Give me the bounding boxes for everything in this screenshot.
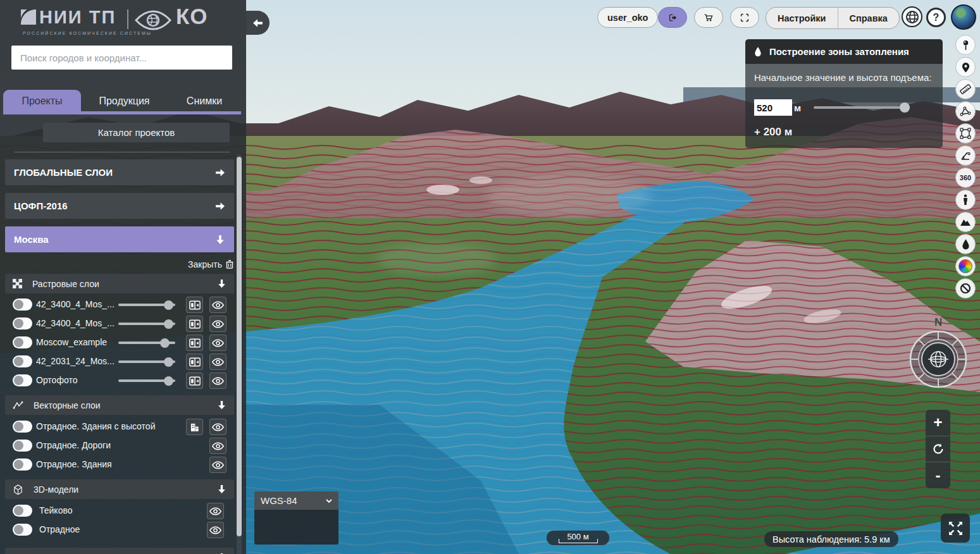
search-input[interactable]: [11, 46, 232, 70]
zoom-in-button[interactable]: +: [926, 410, 950, 436]
layer-compare-button[interactable]: [186, 372, 203, 389]
eye-icon: [209, 507, 221, 515]
collapse-sidebar-button[interactable]: [246, 11, 270, 35]
crs-select[interactable]: WGS-84: [254, 491, 338, 510]
layer-visibility-button[interactable]: [209, 419, 226, 435]
eye-icon: [212, 442, 224, 450]
group-3d-models[interactable]: 3D-модели: [5, 479, 234, 499]
group-title: 3D-модели: [34, 484, 78, 495]
opacity-slider[interactable]: [118, 319, 175, 329]
layer-toggle[interactable]: [13, 421, 32, 433]
relief-tool-button[interactable]: [955, 212, 976, 232]
layer-visibility-button[interactable]: [209, 354, 226, 370]
layer-toggle[interactable]: [13, 355, 32, 367]
pano-360-tool-button[interactable]: 360: [955, 168, 976, 188]
layer-visibility-button[interactable]: [209, 335, 226, 351]
slider-knob[interactable]: [164, 376, 173, 386]
layer-visibility-button[interactable]: [209, 457, 226, 473]
layer-compare-button[interactable]: [186, 316, 203, 332]
tab-projects[interactable]: Проекты: [3, 90, 81, 113]
layer-visibility-button[interactable]: [207, 503, 224, 519]
opacity-slider[interactable]: [118, 376, 175, 386]
slider-knob[interactable]: [164, 319, 173, 329]
slider-knob[interactable]: [900, 102, 910, 113]
layer-label: Тейково: [39, 505, 73, 515]
pin-tool-button[interactable]: [955, 35, 976, 55]
layer-toggle[interactable]: [13, 374, 32, 386]
ruler-tool-button[interactable]: [955, 79, 976, 99]
help-button[interactable]: Справка: [838, 8, 899, 28]
layer-compare-button[interactable]: [186, 335, 203, 351]
opacity-slider[interactable]: [118, 300, 175, 310]
user-button[interactable]: user_oko: [597, 7, 658, 28]
project-moscow[interactable]: Москва: [5, 226, 234, 252]
flood-rise-value: + 200 м: [754, 126, 934, 138]
reset-view-button[interactable]: [926, 436, 950, 462]
eye-icon: [212, 320, 224, 328]
fullscreen-button[interactable]: [941, 514, 970, 543]
scrollbar-thumb[interactable]: [237, 157, 242, 536]
buildings-height-button[interactable]: [186, 419, 203, 435]
layer-row: Moscow_example: [0, 335, 246, 351]
water-drop-icon: [962, 239, 970, 250]
opacity-slider[interactable]: [118, 338, 175, 348]
question-button[interactable]: ?: [926, 8, 946, 27]
close-project-button[interactable]: Закрыть: [188, 259, 233, 269]
color-relief-tool-button[interactable]: [955, 256, 976, 276]
group-raster-layers[interactable]: Растровые слои: [5, 274, 234, 293]
eye-icon: [212, 461, 224, 469]
slider-knob[interactable]: [164, 300, 173, 310]
rect-select-tool-button[interactable]: [955, 123, 976, 144]
sidebar-scrollbar[interactable]: [237, 155, 242, 554]
angle-measure-tool-button[interactable]: [955, 145, 976, 166]
flood-height-slider[interactable]: [814, 102, 910, 113]
layer-visibility-button[interactable]: [209, 372, 226, 389]
tab-images[interactable]: Снимки: [168, 90, 241, 113]
area-measure-tool-button[interactable]: [955, 101, 976, 121]
layer-compare-button[interactable]: [186, 297, 203, 313]
placemark-tool-button[interactable]: [955, 57, 976, 77]
screenshot-button[interactable]: [730, 7, 759, 28]
disable-tools-button[interactable]: [955, 278, 976, 299]
cart-button[interactable]: [694, 7, 723, 28]
layer-visibility-button[interactable]: [209, 438, 226, 454]
layer-toggle[interactable]: [13, 459, 32, 471]
flood-height-input[interactable]: [754, 99, 792, 116]
group-relief[interactable]: Рельеф: [5, 548, 234, 554]
layer-visibility-button[interactable]: [209, 297, 226, 313]
layer-compare-button[interactable]: [186, 354, 203, 370]
settings-button[interactable]: Настройки: [766, 8, 838, 28]
layer-toggle[interactable]: [13, 299, 32, 311]
layer-visibility-button[interactable]: [209, 316, 226, 332]
toggle-knob: [14, 460, 23, 469]
catalog-button[interactable]: Каталог проектов: [43, 123, 230, 142]
tab-projects-label: Проекты: [22, 95, 62, 107]
opacity-slider[interactable]: [118, 357, 175, 367]
layer-toggle[interactable]: [13, 440, 32, 452]
layer-toggle[interactable]: [13, 336, 32, 348]
project-global-layers[interactable]: ГЛОБАЛЬНЫЕ СЛОИ: [5, 159, 234, 185]
project-cofp-2016[interactable]: ЦОФП-2016: [5, 193, 234, 219]
layer-visibility-button[interactable]: [207, 522, 224, 538]
globe-button[interactable]: [902, 6, 922, 27]
logout-button[interactable]: [658, 7, 687, 28]
layer-toggle[interactable]: [13, 317, 32, 329]
group-vector-layers[interactable]: Векторные слои: [5, 395, 234, 415]
eye-icon: [212, 377, 224, 385]
user-avatar[interactable]: [951, 4, 976, 30]
compass-control[interactable]: [909, 329, 968, 389]
area-measure-icon: [960, 106, 971, 116]
coordinates-readout: [254, 510, 338, 545]
pedestrian-tool-button[interactable]: [955, 190, 976, 210]
flood-tool-button[interactable]: [955, 234, 976, 254]
layer-label: 42_3400_4_Mos_...: [36, 299, 115, 309]
zoom-out-button[interactable]: -: [926, 462, 950, 488]
tab-production[interactable]: Продукция: [81, 90, 168, 113]
slider-knob[interactable]: [160, 338, 170, 348]
pano-360-label: 360: [960, 174, 971, 182]
layer-toggle[interactable]: [13, 524, 32, 536]
slider-knob[interactable]: [164, 357, 173, 367]
raster-layers-icon: [13, 279, 22, 288]
toggle-knob: [14, 525, 23, 534]
layer-toggle[interactable]: [13, 505, 32, 517]
